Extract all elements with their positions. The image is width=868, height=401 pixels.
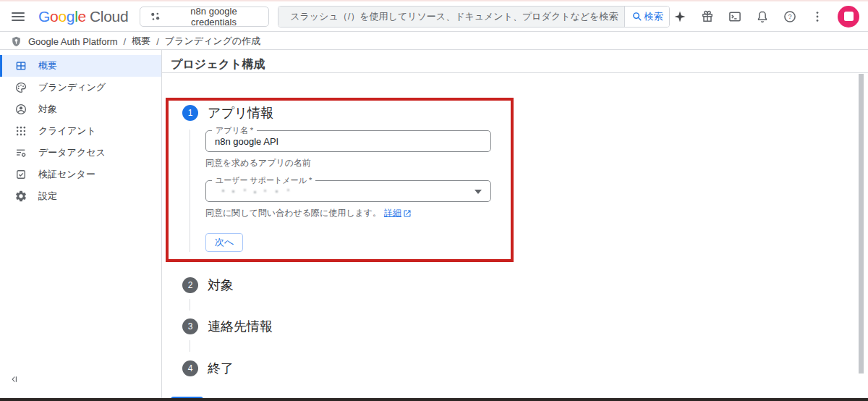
- step-2-number-badge: 2: [182, 277, 198, 293]
- step-1-header: 1 アプリ情報: [182, 104, 273, 122]
- stepper-connector: [190, 340, 190, 352]
- search-icon: [631, 11, 642, 22]
- step-1-title: アプリ情報: [208, 104, 273, 122]
- gemini-button[interactable]: [670, 7, 690, 27]
- breadcrumb-separator: /: [156, 36, 159, 47]
- app-name-field[interactable]: アプリ名 * n8n google API: [205, 130, 491, 152]
- sidebar-item-label: クライアント: [38, 124, 96, 138]
- topbar-actions: ?: [670, 6, 868, 28]
- stepper-connector: [190, 299, 190, 311]
- app-name-helper-text: 同意を求めるアプリの名前: [205, 157, 311, 169]
- app-name-value: n8n google API: [215, 136, 278, 147]
- sidebar-item-data-access[interactable]: データアクセス: [0, 142, 161, 164]
- project-dots-icon: [149, 10, 162, 23]
- support-email-label: ユーザー サポートメール *: [212, 175, 315, 186]
- hamburger-menu-button[interactable]: [4, 2, 33, 31]
- help-icon: ?: [783, 9, 797, 24]
- support-email-dropdown[interactable]: ユーザー サポートメール *: [205, 180, 491, 202]
- vertical-scrollbar-thumb[interactable]: [859, 74, 864, 373]
- breadcrumb: Google Auth Platform / 概要 / ブランディングの作成: [0, 33, 868, 50]
- gift-icon: [700, 9, 715, 24]
- sidebar-item-label: 検証センター: [38, 168, 95, 181]
- sidebar-item-label: ブランディング: [38, 81, 106, 94]
- step-3-number-badge: 3: [182, 318, 198, 334]
- search-input[interactable]: スラッシュ（/）を使用してリソース、ドキュメント、プロダクトなどを検索: [278, 7, 624, 27]
- step-1-number-badge: 1: [182, 105, 198, 121]
- free-trial-button[interactable]: [697, 7, 718, 27]
- page-title: プロジェクト構成: [171, 57, 265, 72]
- notifications-button[interactable]: [752, 7, 773, 27]
- palette-icon: [14, 81, 27, 94]
- more-options-button[interactable]: [807, 7, 827, 27]
- collapse-sidebar-button[interactable]: [10, 374, 20, 387]
- search-placeholder: スラッシュ（/）を使用してリソース、ドキュメント、プロダクトなどを検索: [290, 10, 618, 23]
- next-button[interactable]: 次へ: [205, 233, 243, 252]
- cloud-shell-button[interactable]: [725, 7, 745, 27]
- step-2-header: 2 対象: [182, 277, 234, 294]
- step-4-number-badge: 4: [182, 360, 198, 376]
- breadcrumb-separator: /: [124, 36, 127, 47]
- sidebar-item-verification-center[interactable]: 検証センター: [0, 164, 161, 185]
- project-selector-button[interactable]: n8n google credentials: [140, 7, 269, 27]
- step-4-header: 4 終了: [182, 360, 234, 377]
- header-divider: [162, 72, 868, 73]
- settings-gear-icon: [14, 190, 27, 203]
- sidebar-item-settings[interactable]: 設定: [0, 185, 161, 207]
- external-link-icon: [403, 209, 412, 218]
- clients-grid-icon: [14, 124, 27, 138]
- sidebar-item-overview[interactable]: 概要: [0, 55, 161, 77]
- logo-letter: g: [67, 8, 75, 25]
- search-button[interactable]: 検索: [624, 7, 669, 27]
- help-button[interactable]: ?: [780, 7, 800, 27]
- sidebar-item-branding[interactable]: ブランディング: [0, 77, 161, 98]
- window-bottom-edge: [0, 398, 868, 401]
- dropdown-arrow-icon[interactable]: [475, 190, 482, 194]
- cloud-shell-icon: [728, 9, 742, 24]
- audience-icon: [14, 103, 27, 116]
- step-4-title: 終了: [208, 360, 234, 377]
- logo-letter: o: [50, 8, 58, 25]
- account-avatar[interactable]: [838, 6, 859, 28]
- logo-letter: o: [58, 8, 66, 25]
- support-email-redacted-value: [222, 190, 309, 195]
- overview-icon: [14, 59, 27, 72]
- logo-cloud-text: Cloud: [90, 8, 128, 25]
- breadcrumb-current-page: ブランディングの作成: [165, 35, 260, 48]
- breadcrumb-overview[interactable]: 概要: [132, 35, 150, 48]
- collapse-sidebar-icon: [10, 374, 20, 384]
- app-name-label: アプリ名 *: [212, 125, 257, 136]
- verification-icon: [14, 168, 27, 181]
- sidebar-item-label: データアクセス: [38, 146, 106, 159]
- logo-letter: G: [38, 8, 50, 25]
- project-selector-label: n8n google credentials: [168, 6, 260, 28]
- google-cloud-logo[interactable]: Google Cloud: [38, 8, 128, 25]
- helper-text: 同意に関して問い合わせる際に使用します。: [205, 207, 381, 219]
- global-search: スラッシュ（/）を使用してリソース、ドキュメント、プロダクトなどを検索 検索: [278, 6, 670, 28]
- search-button-label: 検索: [644, 10, 663, 23]
- sidebar-item-clients[interactable]: クライアント: [0, 120, 161, 142]
- learn-more-label: 詳細: [384, 207, 401, 219]
- top-bar: Google Cloud n8n google credentials スラッシ…: [0, 0, 868, 32]
- sidebar-item-label: 概要: [38, 59, 57, 72]
- support-email-helper-text: 同意に関して問い合わせる際に使用します。 詳細: [205, 207, 412, 219]
- step-2-title: 対象: [208, 277, 234, 294]
- more-vertical-icon: [810, 9, 825, 24]
- step-3-title: 連絡先情報: [208, 318, 273, 335]
- sidebar-nav: 概要 ブランディング 対象: [0, 50, 162, 398]
- data-access-icon: [14, 146, 27, 159]
- helper-text: 同意を求めるアプリの名前: [205, 157, 311, 169]
- stepper-connector: [190, 130, 190, 252]
- breadcrumb-product[interactable]: Google Auth Platform: [28, 36, 118, 47]
- google-cloud-console: Google Cloud n8n google credentials スラッシ…: [0, 0, 868, 401]
- learn-more-link[interactable]: 詳細: [384, 207, 412, 219]
- sidebar-item-audience[interactable]: 対象: [0, 98, 161, 120]
- avatar-inner-square: [844, 12, 854, 21]
- step-3-header: 3 連絡先情報: [182, 318, 273, 335]
- sidebar-item-label: 設定: [38, 190, 57, 203]
- logo-letter: e: [78, 8, 86, 25]
- svg-text:?: ?: [788, 13, 791, 20]
- auth-platform-shield-icon: [10, 35, 22, 48]
- sidebar-item-label: 対象: [38, 103, 57, 116]
- hamburger-icon: [12, 12, 25, 21]
- notifications-bell-icon: [755, 9, 770, 24]
